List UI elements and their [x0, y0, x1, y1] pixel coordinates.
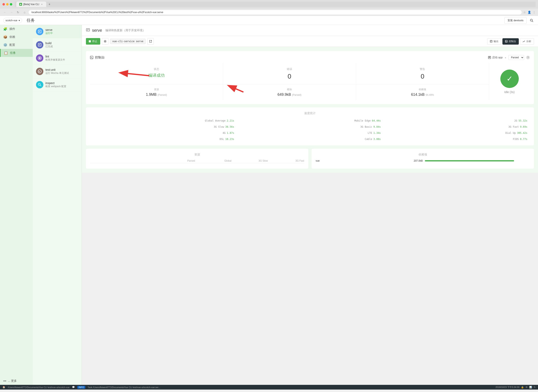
- install-devtools-button[interactable]: 安装 devtools: [505, 17, 527, 24]
- idle-status: Idle (3s): [504, 90, 515, 94]
- main-content-header: serve 编译和热更新（用于开发环境）: [82, 25, 538, 36]
- command-badge: vue-cli-service serve: [110, 39, 146, 44]
- task-item-lint[interactable]: lint 检查并修复源文件: [33, 51, 82, 65]
- deps-stat: 依赖项 614.1kB 94.49%: [356, 84, 489, 100]
- new-tab-button[interactable]: +: [47, 2, 52, 7]
- task-detail-icon: [86, 28, 90, 33]
- minimize-button[interactable]: [6, 3, 9, 5]
- warnings-value: 0: [421, 73, 424, 80]
- task-name-test: test:unit: [45, 68, 69, 71]
- back-button[interactable]: ←: [2, 10, 7, 15]
- reload-button[interactable]: ↻: [16, 10, 20, 15]
- speed-val: 0.77s: [520, 138, 527, 140]
- task-status-serve: 运行中: [45, 32, 53, 35]
- speed-val: 1.87s: [227, 131, 234, 134]
- task-item-inspect[interactable]: inspect 检查 webpack 配置: [33, 78, 82, 91]
- home-button[interactable]: ⌂: [22, 10, 27, 15]
- col-header-3g-fast: 3G Fast: [270, 159, 304, 162]
- close-button[interactable]: [2, 3, 5, 5]
- speed-key: 3G Basic: [360, 126, 372, 128]
- launch-app-button[interactable]: 启动 app: [488, 56, 503, 59]
- status-badge: INFO: [77, 386, 85, 389]
- tab-output[interactable]: 输出: [487, 38, 501, 45]
- svg-rect-16: [490, 40, 492, 42]
- speed-row-2g: 2G 55.32s: [383, 118, 530, 123]
- task-status-test: 运行 Mocha 单元测试: [45, 71, 69, 75]
- profile-icon[interactable]: 👤: [528, 11, 531, 14]
- col-header-name: [90, 159, 159, 162]
- speed-key: LTE: [368, 131, 372, 134]
- task-status-lint: 检查并修复源文件: [45, 58, 65, 62]
- speed-key: DSL: [220, 138, 224, 140]
- sidebar-label-dependencies: 依赖: [9, 35, 15, 39]
- modules-parsed: (Parsed): [292, 93, 301, 96]
- stop-button[interactable]: 停止: [86, 38, 100, 45]
- more-button[interactable]: ••• ... 更多: [0, 377, 33, 385]
- title-bar: [Beta] Vue CLI × +: [0, 0, 538, 9]
- speed-val: 64.44s: [372, 119, 381, 122]
- top-header: scotch-vue ▾ 任务 安装 devtools: [0, 16, 538, 25]
- svg-rect-23: [488, 56, 491, 59]
- speed-row-3g-basic: 3G Basic 9.84s: [237, 125, 383, 129]
- sidebar-label-plugins: 插件: [9, 27, 15, 31]
- task-name-lint: lint: [45, 55, 65, 58]
- main-layout: 🧩 插件 📦 依赖 ⚙️ 配置 📋 任务 ••• ... 更多: [0, 25, 538, 385]
- inspect-icon: [36, 81, 43, 88]
- search-button[interactable]: [529, 17, 535, 23]
- speed-key: FIOS: [513, 138, 519, 140]
- console-panel: 控制台 启动 app ●: [86, 51, 534, 104]
- tab-analysis[interactable]: 分析: [520, 38, 534, 45]
- sidebar-item-plugins[interactable]: 🧩 插件: [0, 25, 33, 33]
- tab-output-label: 输出: [494, 40, 499, 43]
- sidebar-item-config[interactable]: ⚙️ 配置: [0, 41, 33, 49]
- warnings-label: 警告: [420, 67, 425, 71]
- status-icon-1: 🔒: [521, 386, 524, 388]
- deps-main-value: 614.1kB: [411, 93, 424, 97]
- active-tab[interactable]: [Beta] Vue CLI ×: [16, 2, 46, 7]
- address-input[interactable]: [29, 10, 522, 14]
- menu-icon[interactable]: ⋮: [533, 11, 536, 14]
- forward-button[interactable]: →: [9, 10, 14, 15]
- modules-main-value: 649.9kB: [277, 93, 291, 97]
- task-status-inspect: 检查 webpack 配置: [45, 85, 66, 88]
- sidebar-item-dependencies[interactable]: 📦 依赖: [0, 33, 33, 41]
- task-info-test: test:unit 运行 Mocha 单元测试: [45, 68, 69, 75]
- deps-stat-value: 614.1kB 94.49%: [411, 93, 434, 97]
- speed-row-cable: Cable 3.08s: [237, 137, 383, 141]
- task-item-test[interactable]: M test:unit 运行 Mocha 单元测试: [33, 65, 82, 78]
- resources-stat-label: 资源: [154, 88, 159, 91]
- help-button[interactable]: ?: [526, 56, 530, 59]
- tab-close-icon[interactable]: ×: [41, 3, 43, 6]
- tab-console[interactable]: 控制台: [502, 38, 519, 45]
- task-list: serve 运行中 build 已完成 lint: [33, 25, 82, 385]
- resources-table-header: Parsed Global 3G Slow 3G Fast: [90, 159, 304, 163]
- task-info-lint: lint 检查并修复源文件: [45, 55, 65, 62]
- compile-stats-row: 状态 编译成功 错误 0 警告 0: [90, 63, 489, 84]
- bookmark-icon[interactable]: ☆: [523, 11, 526, 14]
- settings-button[interactable]: [102, 38, 108, 45]
- success-circle: ✓: [500, 70, 519, 88]
- deps-table-row-vue: vue 207.0kB: [316, 159, 530, 163]
- resources-bottom-panel: 资源 Parsed Global 3G Slow 3G Fast: [86, 149, 308, 168]
- maximize-button[interactable]: [10, 3, 12, 5]
- speed-val: 38.56s: [225, 126, 234, 128]
- col-header-parsed: Parsed: [161, 159, 195, 162]
- speed-key: 3G Fast: [508, 126, 519, 128]
- tab-console-label: 控制台: [509, 40, 516, 43]
- svg-point-14: [105, 41, 106, 42]
- sidebar-item-tasks[interactable]: 📋 任务: [0, 49, 33, 57]
- status-separator: 💬: [72, 386, 75, 388]
- task-item-serve[interactable]: serve 运行中: [33, 25, 82, 38]
- speed-val: 10.23s: [225, 138, 234, 140]
- svg-point-9: [38, 83, 40, 85]
- task-item-build[interactable]: build 已完成: [33, 38, 82, 51]
- sidebar-label-config: 配置: [9, 43, 15, 47]
- gear-icon: ⚙️: [3, 43, 7, 47]
- open-button[interactable]: [147, 38, 154, 45]
- speed-key: 3G Slow: [214, 126, 224, 128]
- parsed-select[interactable]: Parsed: [508, 55, 524, 60]
- speed-row-global-avg: Global Average 2.21s: [90, 118, 237, 123]
- project-selector[interactable]: scotch-vue ▾: [3, 18, 22, 23]
- deps-percent: 94.49%: [426, 93, 434, 96]
- svg-line-10: [40, 85, 41, 86]
